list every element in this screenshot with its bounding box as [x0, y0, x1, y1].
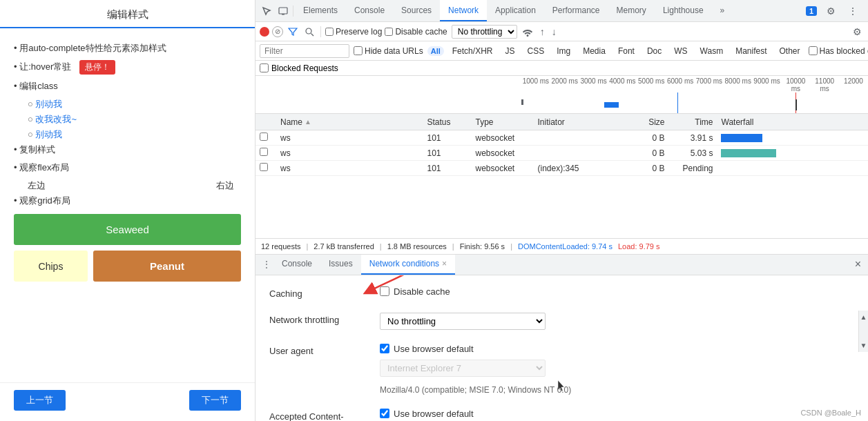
- nc-caching-row: Caching Disable cache: [269, 286, 854, 299]
- filter-wasm[interactable]: Wasm: [696, 46, 728, 57]
- tl-label-6: 7000 ms: [695, 77, 724, 92]
- tab-application[interactable]: Application: [487, 0, 544, 21]
- td-type-3: websocket: [476, 164, 538, 173]
- upload-icon[interactable]: ↑: [538, 25, 547, 39]
- filter-icon[interactable]: [286, 26, 300, 38]
- td-type-2: websocket: [476, 148, 538, 158]
- use-browser-default-checkbox[interactable]: [380, 344, 389, 353]
- td-size-2: 0 B: [621, 148, 669, 158]
- tab-performance[interactable]: Performance: [544, 0, 608, 21]
- device-toggle-icon[interactable]: [275, 3, 291, 19]
- th-size[interactable]: Size: [621, 117, 669, 127]
- tab-memory[interactable]: Memory: [608, 0, 655, 21]
- hide-data-urls-label[interactable]: Hide data URLs: [354, 46, 423, 56]
- filter-img[interactable]: Img: [552, 46, 575, 57]
- filter-font[interactable]: Font: [614, 46, 639, 57]
- search-icon[interactable]: [302, 26, 316, 38]
- tab-network[interactable]: Network: [440, 0, 487, 21]
- td-waterfall-2: [717, 146, 869, 161]
- settings-icon[interactable]: ⚙: [822, 3, 839, 19]
- td-check-2[interactable]: [255, 148, 276, 158]
- seaweed-button[interactable]: Seaweed: [14, 214, 241, 245]
- tab-more[interactable]: »: [712, 0, 733, 21]
- prev-button[interactable]: 上一节: [14, 390, 66, 411]
- accepted-browser-default-label[interactable]: Use browser default: [380, 409, 854, 419]
- filter-ws[interactable]: WS: [670, 46, 691, 57]
- th-initiator[interactable]: Initiator: [538, 117, 621, 127]
- use-browser-default-label[interactable]: Use browser default: [380, 344, 854, 354]
- peanut-button[interactable]: Peanut: [93, 251, 241, 282]
- filter-other[interactable]: Other: [775, 46, 804, 57]
- blocked-cookies-label[interactable]: Has blocked cookies: [809, 46, 868, 56]
- th-name[interactable]: Name ▲: [276, 117, 427, 127]
- flex-labels: 左边 右边: [14, 179, 241, 195]
- sub-item-3: 别动我: [28, 128, 241, 141]
- preserve-log-checkbox[interactable]: [325, 28, 334, 36]
- preserve-log-label[interactable]: Preserve log: [325, 27, 382, 37]
- all-badge[interactable]: All: [427, 46, 444, 56]
- tab-console-bottom[interactable]: Console: [273, 255, 320, 275]
- table-row[interactable]: ws 101 websocket (index):345 0 B Pending: [255, 161, 868, 176]
- download-icon[interactable]: ↓: [550, 25, 559, 39]
- toolbar-divider: [320, 26, 321, 37]
- tab-network-conditions[interactable]: Network conditions ×: [361, 255, 455, 275]
- td-check-1[interactable]: [255, 133, 276, 143]
- grid-demo: Seaweed Chips Peanut: [14, 214, 241, 282]
- disable-cache-nc-checkbox[interactable]: [380, 286, 389, 296]
- blocked-cookies-checkbox[interactable]: [809, 46, 818, 55]
- network-table: Name ▲ Status Type Initiator Size Time W…: [255, 114, 868, 238]
- scroll-down-btn[interactable]: ▼: [860, 342, 867, 349]
- sub-item-2: 改我改我~: [28, 113, 241, 126]
- tab-sources[interactable]: Sources: [393, 0, 440, 21]
- network-settings-icon[interactable]: ⚙: [851, 25, 864, 39]
- filter-media[interactable]: Media: [579, 46, 610, 57]
- record-button[interactable]: [260, 27, 269, 37]
- disable-cache-checkbox[interactable]: [385, 28, 393, 36]
- chips-button[interactable]: Chips: [14, 251, 88, 282]
- filter-manifest[interactable]: Manifest: [731, 46, 771, 57]
- blocked-requests-checkbox[interactable]: [260, 63, 269, 72]
- th-time[interactable]: Time: [669, 117, 717, 127]
- drawer-menu-icon[interactable]: ⋮: [260, 255, 273, 275]
- next-button[interactable]: 下一节: [189, 390, 241, 411]
- wifi-icon[interactable]: [520, 26, 535, 38]
- nc-accepted-content: Use browser default deflate gzip br: [380, 409, 854, 422]
- tab-elements[interactable]: Elements: [295, 0, 346, 21]
- accepted-browser-default-checkbox[interactable]: [380, 409, 389, 418]
- blocked-requests-label[interactable]: Blocked Requests: [260, 63, 338, 73]
- th-type[interactable]: Type: [476, 117, 538, 127]
- tl-label-8: 9000 ms: [753, 77, 782, 92]
- more-options-icon[interactable]: ⋮: [845, 3, 861, 19]
- filter-css[interactable]: CSS: [523, 46, 548, 57]
- throttle-select[interactable]: No throttlingFast 3GSlow 3GOfflineCustom…: [452, 25, 517, 39]
- stop-button[interactable]: 悬停！: [79, 60, 115, 75]
- timeline-bar: 1000 ms 2000 ms 3000 ms 4000 ms 5000 ms …: [255, 76, 868, 114]
- filter-js[interactable]: JS: [501, 46, 519, 57]
- filter-input[interactable]: [260, 44, 349, 58]
- table-row[interactable]: ws 101 websocket 0 B 3.91 s: [255, 130, 868, 146]
- th-waterfall[interactable]: Waterfall: [717, 117, 869, 127]
- tab-lighthouse[interactable]: Lighthouse: [655, 0, 712, 21]
- close-bottom-panel-icon[interactable]: ×: [852, 258, 864, 271]
- disable-cache-label[interactable]: Disable cache: [385, 27, 447, 37]
- right-panel: Elements Console Sources Network Applica…: [255, 0, 868, 421]
- inspect-icon[interactable]: [258, 3, 275, 19]
- filter-fetch-xhr[interactable]: Fetch/XHR: [448, 46, 497, 57]
- scroll-up-btn[interactable]: ▲: [860, 313, 867, 321]
- td-status-3: 101: [427, 164, 476, 173]
- th-status[interactable]: Status: [427, 117, 476, 127]
- disable-cache-nc-label[interactable]: Disable cache: [380, 286, 854, 297]
- tab-issues-bottom[interactable]: Issues: [320, 255, 361, 275]
- clear-button[interactable]: ⊘: [272, 26, 283, 37]
- table-row[interactable]: ws 101 websocket 0 B 5.03 s: [255, 146, 868, 161]
- nc-accepted-label: Accepted Content-Encodings: [269, 409, 380, 422]
- filter-doc[interactable]: Doc: [643, 46, 666, 57]
- tab-console[interactable]: Console: [346, 0, 393, 21]
- nc-throttling-select[interactable]: No throttlingFast 3GSlow 3GOfflineCustom…: [380, 313, 546, 330]
- hide-data-urls-checkbox[interactable]: [354, 46, 363, 55]
- list-item-autocomplete: 用auto-complete特性给元素添加样式: [14, 42, 241, 55]
- scrollbar-area[interactable]: ▲ ▼: [858, 311, 868, 352]
- nc-caching-label: Caching: [269, 286, 380, 299]
- td-check-3[interactable]: [255, 163, 276, 173]
- tab-close-icon[interactable]: ×: [442, 259, 447, 268]
